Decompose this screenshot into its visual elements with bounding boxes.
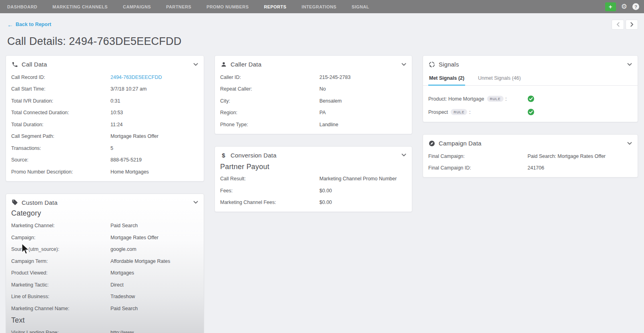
data-row: Call Record ID:2494-763DE5EECFDD: [6, 71, 204, 83]
tab-unmet-signals-46[interactable]: Unmet Signals (46): [477, 72, 522, 86]
row-label: City:: [220, 98, 319, 104]
data-row: Line of Business:Tradeshow: [6, 291, 204, 303]
collapse-chevron-icon[interactable]: [627, 142, 632, 145]
custom-data-header: Custom Data: [6, 194, 204, 208]
data-row: Marketing Channel Name:Paid Search: [6, 303, 204, 315]
section-rows: Visitor Landing Page:http://www...: [6, 327, 204, 333]
row-value: http://www...: [110, 330, 138, 333]
row-label: Phone Type:: [220, 122, 319, 127]
signal-label: ProspectRULE :: [428, 109, 528, 115]
row-label: Fees:: [220, 188, 319, 194]
collapse-chevron-icon[interactable]: [401, 153, 406, 157]
data-row: Call Result:Marketing Channel Promo Numb…: [215, 173, 412, 185]
signal-row: ProspectRULE :: [423, 105, 638, 119]
campaign-data-rows: Final Campaign:Paid Search: Mortgage Rat…: [423, 150, 638, 174]
row-label: Call Start Time:: [11, 86, 110, 92]
met-check-icon: [528, 109, 534, 115]
row-value: No: [319, 86, 326, 92]
previous-call-button[interactable]: [612, 20, 624, 30]
custom-data-card: Custom Data CategoryMarketing Channel:Pa…: [6, 194, 204, 333]
signals-tabs: Met Signals (2)Unmet Signals (46): [423, 71, 638, 86]
column-1: Call Data Call Record ID:2494-763DE5EECF…: [6, 55, 204, 333]
rule-badge: RULE: [487, 96, 504, 102]
campaign-data-title: Campaign Data: [439, 140, 481, 147]
tag-icon: [11, 199, 18, 206]
row-value: 3/7/18 10:27 am: [110, 86, 146, 92]
row-label: Call Record ID:: [11, 75, 110, 80]
row-label: Call Segment Path:: [11, 133, 110, 139]
nav-item-signal[interactable]: SIGNAL: [352, 4, 369, 9]
row-value-link[interactable]: 2494-763DE5EECFDD: [110, 75, 162, 80]
next-call-button[interactable]: [626, 20, 638, 30]
rule-badge: RULE: [451, 109, 467, 115]
dollar-icon: $: [220, 152, 227, 159]
collapse-chevron-icon[interactable]: [193, 63, 198, 66]
section-heading: Text: [6, 316, 204, 325]
tab-met-signals-2[interactable]: Met Signals (2): [428, 72, 465, 86]
column-3: Signals Met Signals (2)Unmet Signals (46…: [423, 55, 638, 178]
collapse-chevron-icon[interactable]: [401, 63, 406, 66]
nav-item-reports[interactable]: REPORTS: [264, 4, 286, 9]
data-row: Marketing Channel:Paid Search: [6, 220, 204, 232]
conversion-data-rows: Call Result:Marketing Channel Promo Numb…: [215, 173, 412, 209]
data-row: Final Campaign:Paid Search: Mortgage Rat…: [423, 150, 638, 162]
row-value: 888-675-5219: [110, 157, 142, 163]
row-value: 10:53: [110, 110, 123, 115]
nav-item-dashboard[interactable]: DASHBOARD: [7, 4, 37, 9]
row-value: $0.00: [319, 200, 332, 205]
data-row: Final Campaign ID:241706: [423, 162, 638, 174]
row-label: Source:: [11, 157, 110, 163]
row-value: Mortgage Rates Offer: [110, 133, 158, 139]
signal-row: Product: Home MortgageRULE :: [423, 92, 638, 105]
help-icon[interactable]: ?: [632, 3, 639, 10]
add-button[interactable]: +: [605, 2, 616, 11]
signal-icon: [428, 61, 435, 68]
nav-item-campaigns[interactable]: CAMPAIGNS: [123, 4, 151, 9]
call-data-title: Call Data: [22, 61, 47, 68]
row-label: Final Campaign:: [428, 153, 528, 159]
data-row: Visitor Landing Page:http://www...: [6, 327, 204, 333]
row-value: Paid Search: [110, 306, 138, 311]
data-row: Total Duration:11:24: [6, 119, 204, 131]
row-label: Total Connected Duration:: [11, 110, 110, 115]
row-label: Region:: [220, 110, 319, 115]
nav-item-partners[interactable]: PARTNERS: [166, 4, 191, 9]
campaign-data-header: Campaign Data: [423, 135, 638, 150]
section-rows: Marketing Channel:Paid SearchCampaign:Mo…: [6, 220, 204, 315]
top-nav: DASHBOARDMARKETING CHANNELSCAMPAIGNSPART…: [0, 0, 644, 13]
collapse-chevron-icon[interactable]: [627, 63, 632, 66]
back-arrow-icon: ←: [7, 21, 13, 28]
data-row: Call Start Time:3/7/18 10:27 am: [6, 83, 204, 95]
conversion-data-title: Conversion Data: [231, 152, 277, 159]
row-value: Mortgage Rates Offer: [110, 235, 158, 240]
data-row: Total IVR Duration:0:31: [6, 95, 204, 107]
data-row: Region:PA: [215, 107, 412, 119]
row-label: Total IVR Duration:: [11, 98, 110, 104]
back-to-report-link[interactable]: ← Back to Report: [7, 21, 51, 28]
data-row: Source (utm_source):google.com: [6, 244, 204, 256]
row-label: Total Duration:: [11, 122, 110, 127]
row-value: google.com: [110, 246, 136, 252]
row-value: $0.00: [319, 188, 332, 194]
data-row: Call Segment Path:Mortgage Rates Offer: [6, 131, 204, 143]
nav-item-marketing-channels[interactable]: MARKETING CHANNELS: [52, 4, 108, 9]
campaign-data-card: Campaign Data Final Campaign:Paid Search…: [423, 134, 638, 178]
back-link-label: Back to Report: [16, 22, 51, 27]
row-value: 11:24: [110, 122, 122, 127]
caller-data-title: Caller Data: [231, 61, 261, 68]
nav-menu: DASHBOARDMARKETING CHANNELSCAMPAIGNSPART…: [7, 4, 369, 9]
nav-item-integrations[interactable]: INTEGRATIONS: [301, 4, 336, 9]
row-label: Line of Business:: [11, 294, 110, 299]
row-value: 0:31: [110, 98, 120, 104]
call-data-header: Call Data: [6, 56, 204, 71]
row-value: Landline: [319, 122, 338, 127]
data-row: City:Bensalem: [215, 95, 412, 107]
caller-data-rows: Caller ID:215-245-2783Repeat Caller:NoCi…: [215, 71, 412, 131]
nav-item-promo-numbers[interactable]: PROMO NUMBERS: [207, 4, 249, 9]
row-value: Direct: [110, 282, 124, 288]
collapse-chevron-icon[interactable]: [193, 201, 198, 204]
nav-right-controls: + ⚙ ?: [605, 2, 639, 11]
gear-icon[interactable]: ⚙: [621, 3, 627, 10]
section-heading: Category: [6, 209, 204, 218]
row-label: Transactions:: [11, 145, 110, 151]
